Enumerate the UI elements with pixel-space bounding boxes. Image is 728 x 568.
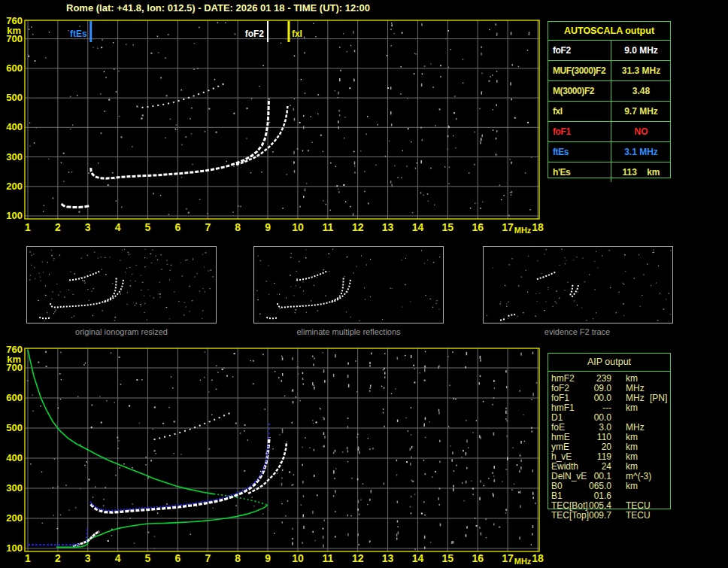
series-fitted-F-trace (90, 444, 268, 511)
aip-row-hmf1: hmF1---km (548, 403, 675, 413)
x-tick-label: 15 (442, 552, 454, 564)
parameter-unit: km (626, 481, 638, 491)
x-tick-label: 4 (115, 221, 121, 233)
mini-series-o-fragment (570, 284, 572, 296)
x-tick-label: 14 (412, 552, 424, 564)
series-second-hop-echo (154, 412, 232, 439)
x-tick-label: 5 (145, 552, 151, 564)
x-tick-label: 8 (235, 552, 241, 564)
parameter-value: 9.7 MHz (611, 102, 671, 121)
mini-series-x-mode-trace (105, 280, 123, 302)
series-second-hop-echo (142, 84, 225, 108)
parameter-label: foF2 (553, 41, 571, 60)
parameter-value: NO (611, 122, 671, 141)
mini-series-es-fragment (500, 318, 505, 320)
mini-series-x-mode-trace (332, 280, 350, 302)
mini-series-second-hop-echo (69, 272, 100, 281)
parameter-label: foF1 (553, 122, 571, 141)
aip-row-delnve: DelN_vE00.1m^(-3) (548, 472, 675, 481)
y-tick-label: 600 (6, 62, 23, 74)
mini-series-Es-trace (267, 317, 278, 318)
x-tick-label: 9 (265, 221, 271, 233)
parameter-value: 3.1 MHz (611, 142, 671, 162)
x-tick-label: 3 (85, 221, 91, 233)
parameter-unit: TECU (626, 511, 651, 521)
parameter-value: 009.7 (575, 511, 611, 521)
x-axis-unit-label: MHz (514, 226, 532, 235)
series-fitted-E-top (86, 527, 87, 542)
parameter-value: 31.3 MHz (611, 61, 671, 80)
parameter-label: MUF(3000)F2 (553, 61, 605, 80)
x-tick-label: 10 (292, 552, 304, 564)
x-tick-label: 10 (292, 221, 304, 233)
x-tick-label: 2 (55, 221, 61, 233)
caption-eliminate-multiples: eliminate multiple reflections (253, 327, 444, 336)
series-fitted-asymptote (268, 421, 269, 439)
y-tick-label: 400 (6, 452, 23, 463)
aip-row-b0: B0065.0km (548, 481, 675, 491)
x-tick-label: 4 (115, 552, 121, 564)
panel-f2-evidence (483, 246, 673, 323)
x-tick-label: 16 (472, 552, 484, 564)
marker-label-fxI: fxI (292, 29, 302, 39)
x-tick-label: 12 (352, 552, 364, 564)
x-tick-label: 6 (175, 221, 181, 233)
y-tick-label: 200 (6, 181, 23, 192)
y-tick-label: 300 (6, 482, 23, 494)
series-Es-trace (73, 531, 99, 545)
y-axis-unit-label: km (7, 25, 21, 36)
aip-table-header: AIP output (548, 354, 670, 372)
series-Es-trace (62, 204, 89, 208)
mini-ionogram-cleaned (254, 247, 443, 323)
mini-series-o-mode-trace (278, 277, 344, 307)
series-profile-topside (28, 350, 214, 494)
panel-eliminate-multiples (253, 246, 444, 323)
x-tick-label: 16 (472, 221, 484, 233)
series-x-mode-trace (236, 106, 287, 165)
autoscala-row-fof2: foF29.0 MHz (548, 40, 670, 60)
x-tick-label: 11 (322, 552, 333, 564)
marker-label-foF2: foF2 (245, 29, 265, 39)
top-ionogram-chart: ftEsfoF2fxI760700600500400300200100km123… (0, 0, 545, 238)
x-tick-label: 15 (442, 221, 454, 233)
x-tick-label: 3 (85, 552, 91, 564)
autoscala-row-m3000f2: M(3000)F23.48 (548, 80, 670, 101)
mini-series-f-start-blob (508, 314, 516, 316)
autoscala-table-rows: foF29.0 MHzMUF(3000)F231.3 MHzM(3000)F23… (548, 40, 670, 182)
bottom-ionogram-chart: 760700600500400300200100km12345678910111… (0, 342, 545, 568)
mini-series-hop2-fragment (537, 272, 556, 280)
mini-series-Es-trace (40, 317, 50, 318)
parameter-value: 3.48 (611, 81, 671, 101)
parameter-label: ftEs (553, 142, 569, 162)
x-tick-label: 13 (382, 221, 394, 233)
x-tick-label: 6 (175, 552, 181, 564)
y-tick-label: 100 (6, 210, 23, 221)
parameter-label: M(3000)F2 (553, 81, 594, 101)
mini-series-second-hop-echo (296, 272, 327, 281)
parameter-note: [PN] (650, 393, 667, 403)
x-tick-label: 7 (205, 552, 211, 564)
x-tick-label: 18 (532, 552, 544, 564)
marker-label-ftEs: ftEs (70, 29, 87, 39)
y-tick-label: 600 (6, 392, 23, 403)
y-tick-label: 500 (6, 422, 23, 433)
autoscala-table-header: AUTOSCALA output (548, 22, 670, 40)
x-tick-label: 18 (532, 221, 544, 233)
autoscala-output-table: AUTOSCALA output foF29.0 MHzMUF(3000)F23… (548, 21, 671, 178)
y-tick-label: 300 (6, 151, 23, 163)
aip-row-d1: D100.0 (548, 413, 675, 423)
x-tick-label: 9 (265, 552, 271, 564)
x-tick-label: 13 (382, 552, 394, 564)
y-tick-label: 200 (6, 512, 23, 524)
aip-table-rows: hmF2239kmfoF209.0MHzfoF100.0MHz[PN]hmF1-… (548, 374, 675, 524)
y-tick-label: 100 (6, 542, 23, 554)
x-tick-label: 8 (235, 221, 241, 233)
autoscala-row-muf3000f2: MUF(3000)F231.3 MHz (548, 60, 670, 80)
x-tick-label: 17 (502, 221, 514, 233)
autoscala-row-ftes: ftEs3.1 MHz (548, 141, 670, 162)
x-tick-label: 12 (352, 221, 364, 233)
x-tick-label: 5 (145, 221, 151, 233)
x-tick-label: 2 (55, 552, 61, 564)
x-tick-label: 1 (25, 221, 31, 233)
x-tick-label: 14 (412, 221, 424, 233)
